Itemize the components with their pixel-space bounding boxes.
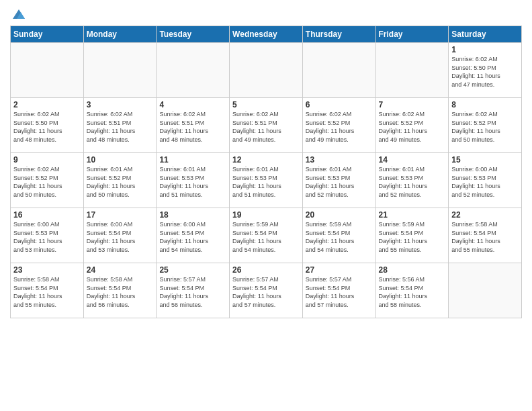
calendar-cell	[449, 263, 522, 318]
day-number: 21	[379, 210, 446, 220]
calendar-cell: 25Sunrise: 5:57 AM Sunset: 5:54 PM Dayli…	[157, 263, 230, 318]
day-info: Sunrise: 6:02 AM Sunset: 5:50 PM Dayligh…	[13, 110, 81, 144]
day-number: 8	[451, 100, 519, 109]
calendar-table: SundayMondayTuesdayWednesdayThursdayFrid…	[10, 26, 522, 318]
logo	[10, 7, 26, 21]
day-info: Sunrise: 6:02 AM Sunset: 5:51 PM Dayligh…	[87, 110, 154, 144]
day-number: 26	[232, 265, 300, 275]
day-info: Sunrise: 6:00 AM Sunset: 5:54 PM Dayligh…	[87, 220, 154, 254]
day-info: Sunrise: 6:00 AM Sunset: 5:54 PM Dayligh…	[159, 220, 226, 254]
calendar-cell: 12Sunrise: 6:01 AM Sunset: 5:53 PM Dayli…	[230, 153, 303, 208]
day-info: Sunrise: 5:58 AM Sunset: 5:54 PM Dayligh…	[451, 220, 519, 254]
calendar-cell: 14Sunrise: 6:01 AM Sunset: 5:53 PM Dayli…	[375, 153, 449, 208]
day-info: Sunrise: 6:02 AM Sunset: 5:51 PM Dayligh…	[232, 110, 300, 144]
day-info: Sunrise: 6:01 AM Sunset: 5:53 PM Dayligh…	[232, 165, 300, 199]
calendar-cell: 22Sunrise: 5:58 AM Sunset: 5:54 PM Dayli…	[449, 208, 522, 263]
calendar-cell: 27Sunrise: 5:57 AM Sunset: 5:54 PM Dayli…	[302, 263, 375, 318]
calendar-cell	[157, 43, 230, 98]
day-info: Sunrise: 6:02 AM Sunset: 5:52 PM Dayligh…	[379, 110, 446, 144]
calendar-cell: 9Sunrise: 6:02 AM Sunset: 5:52 PM Daylig…	[11, 153, 84, 208]
day-number: 11	[159, 155, 226, 165]
weekday-header-saturday: Saturday	[449, 26, 522, 43]
day-number: 19	[232, 210, 300, 220]
calendar-cell: 3Sunrise: 6:02 AM Sunset: 5:51 PM Daylig…	[83, 98, 157, 153]
calendar-cell: 6Sunrise: 6:02 AM Sunset: 5:52 PM Daylig…	[302, 98, 375, 153]
day-number: 12	[232, 155, 300, 165]
day-number: 24	[87, 265, 154, 275]
day-number: 10	[87, 155, 154, 165]
day-number: 28	[379, 265, 446, 275]
calendar-cell	[230, 43, 303, 98]
day-info: Sunrise: 6:00 AM Sunset: 5:53 PM Dayligh…	[13, 220, 81, 254]
day-number: 22	[451, 210, 519, 220]
day-info: Sunrise: 5:57 AM Sunset: 5:54 PM Dayligh…	[159, 275, 226, 309]
day-info: Sunrise: 6:01 AM Sunset: 5:53 PM Dayligh…	[306, 165, 373, 199]
calendar-cell: 1Sunrise: 6:02 AM Sunset: 5:50 PM Daylig…	[449, 43, 522, 98]
day-number: 14	[379, 155, 446, 165]
weekday-header-thursday: Thursday	[302, 26, 375, 43]
day-info: Sunrise: 5:56 AM Sunset: 5:54 PM Dayligh…	[379, 275, 446, 309]
weekday-header-sunday: Sunday	[11, 26, 84, 43]
day-number: 23	[13, 265, 81, 275]
day-info: Sunrise: 5:59 AM Sunset: 5:54 PM Dayligh…	[306, 220, 373, 254]
day-info: Sunrise: 6:02 AM Sunset: 5:50 PM Dayligh…	[451, 55, 519, 89]
day-number: 7	[379, 100, 446, 109]
day-number: 5	[232, 100, 300, 109]
weekday-header-tuesday: Tuesday	[157, 26, 230, 43]
day-number: 16	[13, 210, 81, 220]
day-number: 1	[451, 45, 519, 54]
day-number: 18	[159, 210, 226, 220]
calendar-cell: 24Sunrise: 5:58 AM Sunset: 5:54 PM Dayli…	[83, 263, 157, 318]
day-number: 17	[87, 210, 154, 220]
calendar-cell: 11Sunrise: 6:01 AM Sunset: 5:53 PM Dayli…	[157, 153, 230, 208]
calendar-cell: 21Sunrise: 5:59 AM Sunset: 5:54 PM Dayli…	[375, 208, 449, 263]
logo-icon	[11, 7, 26, 21]
weekday-header-friday: Friday	[375, 26, 449, 43]
day-number: 27	[306, 265, 373, 275]
day-info: Sunrise: 5:59 AM Sunset: 5:54 PM Dayligh…	[379, 220, 446, 254]
day-info: Sunrise: 6:02 AM Sunset: 5:52 PM Dayligh…	[451, 110, 519, 144]
day-info: Sunrise: 5:57 AM Sunset: 5:54 PM Dayligh…	[306, 275, 373, 309]
weekday-header-wednesday: Wednesday	[230, 26, 303, 43]
day-info: Sunrise: 6:02 AM Sunset: 5:51 PM Dayligh…	[159, 110, 226, 144]
calendar-cell: 20Sunrise: 5:59 AM Sunset: 5:54 PM Dayli…	[302, 208, 375, 263]
day-info: Sunrise: 6:02 AM Sunset: 5:52 PM Dayligh…	[306, 110, 373, 144]
calendar-cell: 2Sunrise: 6:02 AM Sunset: 5:50 PM Daylig…	[11, 98, 84, 153]
day-number: 13	[306, 155, 373, 165]
calendar-cell: 28Sunrise: 5:56 AM Sunset: 5:54 PM Dayli…	[375, 263, 449, 318]
calendar-cell	[375, 43, 449, 98]
day-info: Sunrise: 5:57 AM Sunset: 5:54 PM Dayligh…	[232, 275, 300, 309]
day-number: 20	[306, 210, 373, 220]
day-info: Sunrise: 5:59 AM Sunset: 5:54 PM Dayligh…	[232, 220, 300, 254]
day-number: 15	[451, 155, 519, 165]
day-number: 4	[159, 100, 226, 109]
calendar-cell: 7Sunrise: 6:02 AM Sunset: 5:52 PM Daylig…	[375, 98, 449, 153]
day-number: 3	[87, 100, 154, 109]
calendar-cell: 23Sunrise: 5:58 AM Sunset: 5:54 PM Dayli…	[11, 263, 84, 318]
calendar-cell: 18Sunrise: 6:00 AM Sunset: 5:54 PM Dayli…	[157, 208, 230, 263]
calendar-cell: 13Sunrise: 6:01 AM Sunset: 5:53 PM Dayli…	[302, 153, 375, 208]
calendar-cell: 5Sunrise: 6:02 AM Sunset: 5:51 PM Daylig…	[230, 98, 303, 153]
day-number: 25	[159, 265, 226, 275]
day-number: 9	[13, 155, 81, 165]
calendar-cell: 15Sunrise: 6:00 AM Sunset: 5:53 PM Dayli…	[449, 153, 522, 208]
day-info: Sunrise: 6:02 AM Sunset: 5:52 PM Dayligh…	[13, 165, 81, 199]
day-info: Sunrise: 6:00 AM Sunset: 5:53 PM Dayligh…	[451, 165, 519, 199]
page-header	[10, 7, 522, 21]
calendar-cell	[83, 43, 157, 98]
calendar-cell: 26Sunrise: 5:57 AM Sunset: 5:54 PM Dayli…	[230, 263, 303, 318]
day-number: 6	[306, 100, 373, 109]
calendar-cell: 17Sunrise: 6:00 AM Sunset: 5:54 PM Dayli…	[83, 208, 157, 263]
day-info: Sunrise: 6:01 AM Sunset: 5:53 PM Dayligh…	[379, 165, 446, 199]
day-info: Sunrise: 5:58 AM Sunset: 5:54 PM Dayligh…	[87, 275, 154, 309]
calendar-cell: 16Sunrise: 6:00 AM Sunset: 5:53 PM Dayli…	[11, 208, 84, 263]
calendar-cell: 8Sunrise: 6:02 AM Sunset: 5:52 PM Daylig…	[449, 98, 522, 153]
calendar-cell	[11, 43, 84, 98]
day-number: 2	[13, 100, 81, 109]
day-info: Sunrise: 6:01 AM Sunset: 5:53 PM Dayligh…	[159, 165, 226, 199]
weekday-header-monday: Monday	[83, 26, 157, 43]
day-info: Sunrise: 5:58 AM Sunset: 5:54 PM Dayligh…	[13, 275, 81, 309]
calendar-cell: 10Sunrise: 6:01 AM Sunset: 5:52 PM Dayli…	[83, 153, 157, 208]
calendar-cell: 4Sunrise: 6:02 AM Sunset: 5:51 PM Daylig…	[157, 98, 230, 153]
calendar-cell	[302, 43, 375, 98]
